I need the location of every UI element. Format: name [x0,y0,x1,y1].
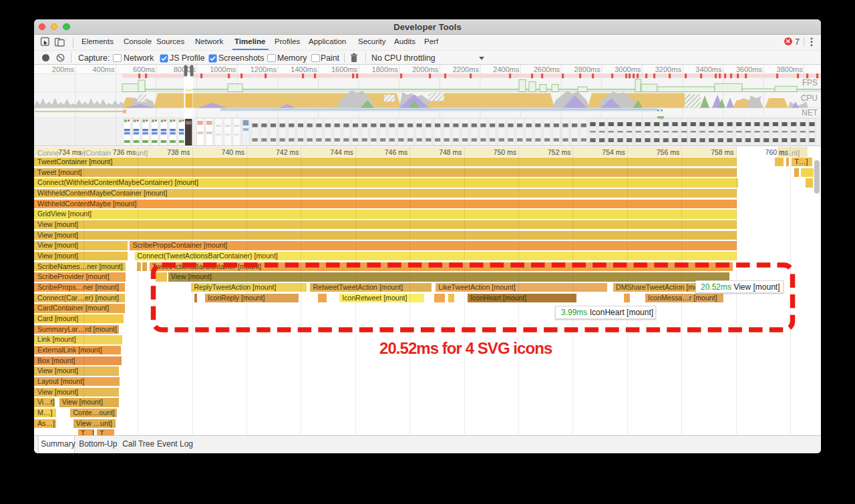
svg-text:3400ms: 3400ms [695,65,722,73]
svg-text:2800ms: 2800ms [574,65,601,73]
svg-text:NET: NET [802,108,818,117]
svg-text:2200ms: 2200ms [453,65,480,73]
svg-text:2000ms: 2000ms [412,65,439,73]
svg-text:2400ms: 2400ms [493,65,520,73]
svg-text:1600ms: 1600ms [331,65,358,73]
svg-text:1800ms: 1800ms [372,65,399,73]
svg-text:3800ms: 3800ms [777,65,804,73]
svg-text:1400ms: 1400ms [291,65,317,73]
svg-text:2600ms: 2600ms [534,65,560,73]
svg-text:1200ms: 1200ms [250,65,277,73]
svg-text:200ms: 200ms [52,65,75,73]
svg-text:3600ms: 3600ms [736,65,763,73]
svg-text:1000ms: 1000ms [210,65,236,73]
svg-text:FPS: FPS [802,78,818,87]
svg-text:600ms: 600ms [133,65,156,73]
svg-text:CPU: CPU [801,93,818,103]
svg-text:3200ms: 3200ms [655,65,682,73]
svg-text:400ms: 400ms [92,65,115,73]
svg-text:3000ms: 3000ms [615,65,641,73]
